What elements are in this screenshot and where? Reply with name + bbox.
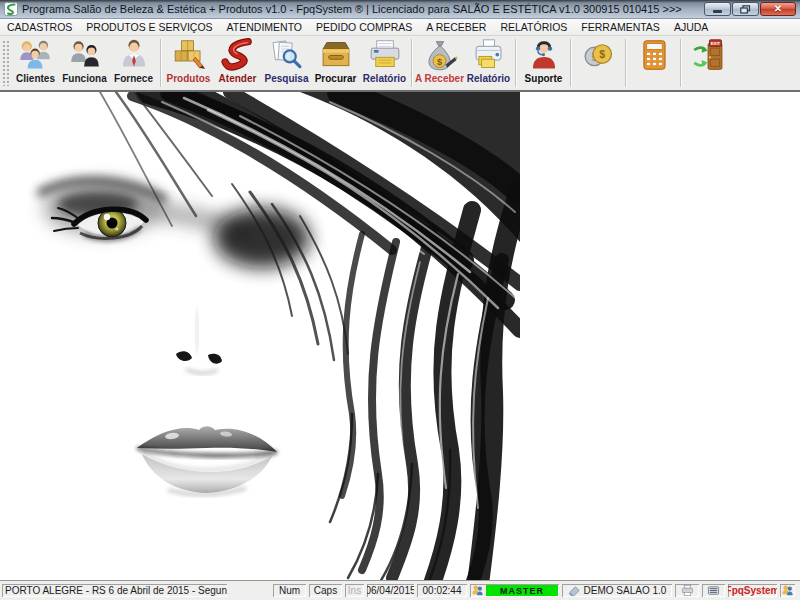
- main-area: [0, 92, 800, 580]
- toolbar-label: Atender: [219, 73, 257, 84]
- toolbar-button-suporte[interactable]: Suporte: [519, 36, 568, 90]
- menu-item-relatorios[interactable]: RELATÓRIOS: [493, 19, 574, 35]
- menu-item-ferramentas[interactable]: FERRAMENTAS: [574, 19, 667, 35]
- toolbar-button-clientes[interactable]: Clientes: [11, 36, 60, 90]
- svg-text:EXIT: EXIT: [710, 41, 720, 46]
- status-users-panel: [780, 584, 795, 597]
- status-brand: FpqSystem: [728, 584, 777, 597]
- supplier-icon: [115, 38, 153, 73]
- status-version-label: DEMO SALAO 1.0: [584, 585, 667, 596]
- app-icon: [4, 2, 18, 16]
- svg-text:$: $: [436, 57, 441, 67]
- toolbar-button-a-receber[interactable]: $ A Receber: [415, 36, 464, 90]
- toolbar-button-funcionarios[interactable]: Funciona: [60, 36, 109, 90]
- toolbar-label: A Receber: [415, 73, 464, 84]
- status-location: PORTO ALEGRE - RS 6 de Abril de 2015 - S…: [2, 584, 227, 597]
- toolbar-separator: [625, 39, 627, 87]
- receivables-icon: $: [421, 38, 459, 73]
- status-app-version: DEMO SALAO 1.0: [562, 584, 672, 597]
- toolbar-button-relatorio[interactable]: Relatório: [360, 36, 409, 90]
- toolbar-separator: [411, 39, 413, 87]
- exit-icon: EXIT: [690, 38, 728, 73]
- toolbar-button-sair[interactable]: EXIT: [684, 36, 733, 90]
- app-window: Programa Salão de Beleza & Estética + Pr…: [0, 0, 800, 600]
- toolbar-label: Relatório: [467, 73, 510, 84]
- status-bar: PORTO ALEGRE - RS 6 de Abril de 2015 - S…: [0, 580, 800, 600]
- toolbar-separator: [515, 39, 517, 87]
- window-titlebar: Programa Salão de Beleza & Estética + Pr…: [0, 0, 800, 19]
- master-badge: MASTER: [486, 585, 558, 596]
- printer-icon-2: [470, 38, 508, 73]
- status-connection-panel: [702, 584, 725, 597]
- calculator-icon: [635, 38, 673, 73]
- toolbar-separator: [570, 39, 572, 87]
- toolbar-separator: [160, 39, 162, 87]
- drawer-icon: [317, 38, 355, 73]
- printer-small-icon: [681, 584, 694, 597]
- toolbar-button-produtos[interactable]: Produtos: [164, 36, 213, 90]
- user-icon: [471, 584, 484, 597]
- toolbar-label: Pesquisa: [265, 73, 309, 84]
- close-button[interactable]: ✕: [760, 2, 796, 16]
- menu-item-pedido-compras[interactable]: PEDIDO COMPRAS: [309, 19, 419, 35]
- status-printer-panel: [675, 584, 699, 597]
- menu-bar: CADASTROS PRODUTOS E SERVIÇOS ATENDIMENT…: [0, 19, 800, 36]
- status-insert: Ins: [345, 584, 364, 597]
- toolbar-separator: [680, 39, 682, 87]
- toolbar-label: Clientes: [16, 73, 55, 84]
- eraser-icon: [568, 584, 581, 597]
- server-icon: [707, 584, 720, 597]
- close-icon: ✕: [774, 4, 782, 14]
- employees-icon: [66, 38, 104, 73]
- toolbar-button-calculadora[interactable]: [629, 36, 678, 90]
- search-docs-icon: [268, 38, 306, 73]
- menu-item-a-receber[interactable]: A RECEBER: [419, 19, 493, 35]
- people-icon: [781, 584, 794, 597]
- minimize-icon: [713, 10, 722, 13]
- status-date: 06/04/2015: [367, 584, 414, 597]
- portrait-image: [0, 92, 520, 580]
- status-caps-lock: Caps: [309, 584, 342, 597]
- menu-item-cadastros[interactable]: CADASTROS: [0, 19, 79, 35]
- toolbar-button-pesquisa[interactable]: Pesquisa: [262, 36, 311, 90]
- toolbar-button-relatorio-2[interactable]: Relatório: [464, 36, 513, 90]
- support-icon: [525, 38, 563, 73]
- svg-text:$: $: [599, 48, 605, 60]
- toolbar-label: Produtos: [167, 73, 211, 84]
- toolbar-button-atender[interactable]: Atender: [213, 36, 262, 90]
- toolbar-button-fornecedores[interactable]: Fornece: [109, 36, 158, 90]
- toolbar-button-procurar[interactable]: Procurar: [311, 36, 360, 90]
- toolbar: Clientes Funciona Fornece: [0, 36, 800, 92]
- menu-item-produtos-e-servicos[interactable]: PRODUTOS E SERVIÇOS: [79, 19, 219, 35]
- toolbar-button-moedas[interactable]: § $: [574, 36, 623, 90]
- toolbar-label: Fornece: [114, 73, 153, 84]
- toolbar-label: Relatório: [363, 73, 406, 84]
- status-spacer: [230, 584, 270, 597]
- status-time: 00:02:44: [417, 584, 467, 597]
- status-user-panel: MASTER: [470, 584, 559, 597]
- toolbar-label: Procurar: [315, 73, 357, 84]
- window-controls: ✕: [704, 2, 797, 16]
- restore-icon: [740, 5, 751, 14]
- menu-item-ajuda[interactable]: AJUDA: [667, 19, 715, 35]
- window-title: Programa Salão de Beleza & Estética + Pr…: [22, 3, 704, 15]
- products-icon: [170, 38, 208, 73]
- toolbar-label: Funciona: [62, 73, 106, 84]
- restore-button[interactable]: [732, 2, 759, 16]
- menu-item-atendimento[interactable]: ATENDIMENTO: [220, 19, 309, 35]
- toolbar-gripper[interactable]: [2, 40, 9, 86]
- printer-icon: [366, 38, 404, 73]
- attend-icon: [219, 38, 257, 73]
- coins-icon: § $: [580, 38, 618, 73]
- toolbar-label: Suporte: [525, 73, 563, 84]
- clients-icon: [17, 38, 55, 73]
- status-num-lock: Num: [273, 584, 306, 597]
- minimize-button[interactable]: [704, 2, 731, 16]
